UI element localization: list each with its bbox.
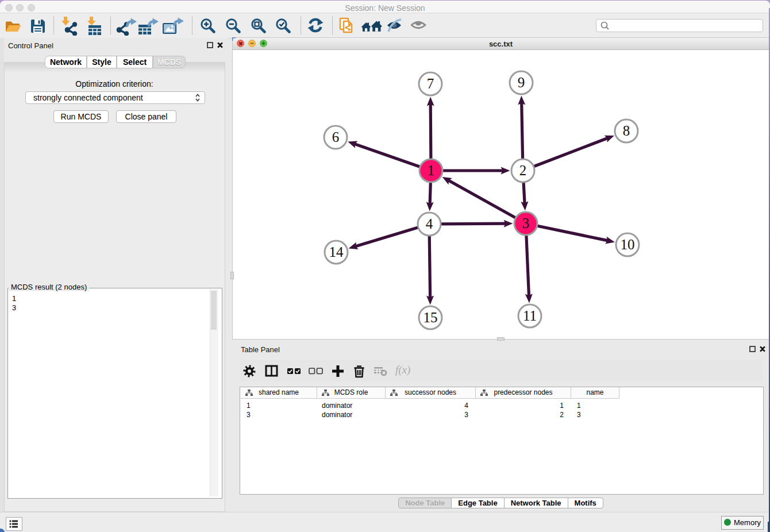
svg-text:2: 2 xyxy=(519,163,527,178)
svg-text:15: 15 xyxy=(424,310,438,325)
svg-text:7: 7 xyxy=(427,76,434,91)
svg-text:14: 14 xyxy=(329,244,344,260)
svg-text:9: 9 xyxy=(518,75,525,90)
svg-text:8: 8 xyxy=(623,123,630,138)
svg-text:1: 1 xyxy=(428,163,435,178)
svg-text:11: 11 xyxy=(523,308,537,323)
svg-text:3: 3 xyxy=(522,215,530,231)
svg-text:10: 10 xyxy=(621,237,635,252)
svg-text:4: 4 xyxy=(426,216,433,232)
svg-text:6: 6 xyxy=(332,129,340,145)
